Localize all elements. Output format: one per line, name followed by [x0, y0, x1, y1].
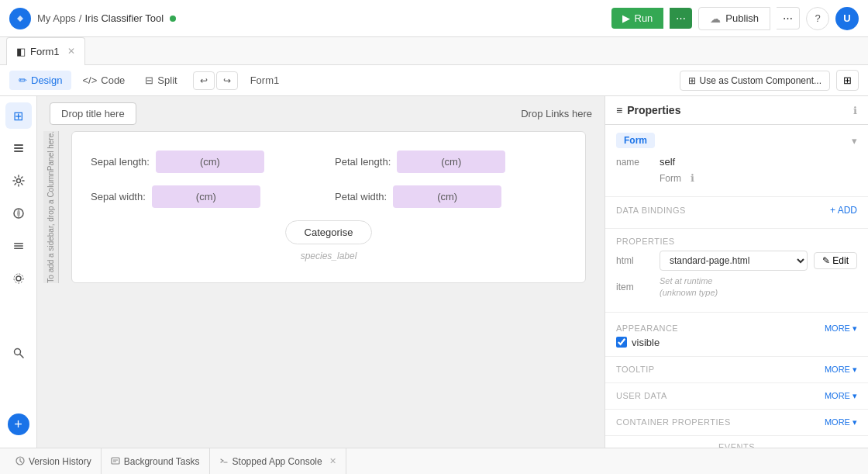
tooltip-header: TOOLTIP [616, 365, 655, 374]
edit-html-button[interactable]: ✎ Edit [814, 252, 857, 269]
properties-panel: ≡ Properties ℹ Form ▾ name self Form ℹ [604, 96, 868, 448]
sepal-length-input[interactable]: (cm) [156, 151, 264, 173]
topbar-left: My Apps / Iris Classifier Tool [9, 8, 176, 29]
tab-form1[interactable]: ◧ Form1 ✕ [6, 37, 85, 65]
appearance-more-button[interactable]: MORE ▾ [825, 323, 857, 334]
avatar[interactable]: U [835, 7, 859, 30]
petal-width-input[interactable]: (cm) [393, 185, 501, 208]
drop-links-button[interactable]: Drop Links here [521, 108, 592, 119]
petal-length-input[interactable]: (cm) [397, 151, 505, 173]
html-label: html [616, 255, 653, 266]
data-bindings-header: DATA BINDINGS + ADD [616, 205, 857, 216]
breadcrumb: My Apps / Iris Classifier Tool [37, 12, 176, 24]
form-type-badge: Form [616, 133, 655, 148]
app-logo [9, 8, 31, 29]
appearance-header: APPEARANCE [616, 323, 678, 333]
app-console-icon [219, 456, 229, 467]
canvas-area: Drop title here Drop Links here To add a… [37, 96, 604, 448]
visible-checkbox[interactable] [616, 337, 627, 348]
canvas-header: Drop title here Drop Links here [37, 96, 604, 131]
breadcrumb-separator: / [79, 12, 82, 24]
form-dropdown-icon[interactable]: ▾ [852, 135, 857, 147]
properties-panel-header: ≡ Properties ℹ [605, 96, 868, 125]
help-button[interactable]: ? [806, 7, 829, 30]
toolbar-tabs: ✏ Design </> Code ⊟ Split [9, 71, 187, 90]
container-more-button[interactable]: MORE ▾ [825, 417, 857, 427]
version-history-tab[interactable]: Version History [6, 448, 102, 475]
tooltip-header-row: TOOLTIP MORE ▾ [616, 362, 857, 378]
properties-icon: ≡ [616, 104, 622, 116]
form-canvas: Sepal length: (cm) Petal length: (cm) Se… [71, 131, 586, 283]
undo-button[interactable]: ↩ [193, 71, 215, 90]
properties-help-icon[interactable]: ℹ [853, 105, 857, 116]
redo-button[interactable]: ↪ [216, 71, 238, 90]
sidebar-item-services[interactable] [5, 265, 32, 292]
sidebar-item-nav[interactable] [5, 233, 32, 259]
sidebar-item-search[interactable] [5, 340, 32, 366]
properties-section: PROPERTIES html standard-page.html ✎ Edi… [605, 229, 868, 313]
petal-width-label: Petal width: [335, 191, 387, 202]
toolbar-right: ⊞ Use as Custom Component... ⊞ [680, 70, 859, 91]
tabbar: ◧ Form1 ✕ [0, 37, 868, 65]
publish-dropdown-button[interactable]: ⋯ [777, 7, 800, 29]
app-console-close-button[interactable]: ✕ [329, 456, 336, 466]
topbar-right: ▶ Run ⋯ ☁ Publish ⋯ ? U [611, 7, 859, 30]
properties-panel-title: ≡ Properties [616, 104, 680, 116]
design-icon: ✏ [19, 74, 27, 86]
component-icon: ⊞ [688, 75, 696, 86]
sepal-width-input[interactable]: (cm) [152, 185, 260, 208]
categorise-button[interactable]: Categorise [285, 220, 373, 244]
user-data-header: USER DATA [616, 391, 667, 400]
canvas-body: To add a sidebar, drop a ColumnPanel her… [43, 131, 598, 283]
sepal-length-group: Sepal length: (cm) [91, 151, 322, 173]
petal-width-group: Petal width: (cm) [335, 185, 567, 208]
svg-rect-7 [14, 245, 23, 247]
design-tab[interactable]: ✏ Design [9, 71, 71, 90]
background-tasks-tab[interactable]: Background Tasks [102, 448, 210, 475]
my-apps-link[interactable]: My Apps [37, 12, 76, 24]
add-component-button[interactable]: + [8, 413, 29, 435]
user-data-section: USER DATA MORE ▾ [605, 383, 868, 410]
svg-rect-1 [14, 144, 23, 146]
run-dropdown-button[interactable]: ⋯ [670, 8, 692, 29]
grid-button[interactable]: ⊞ [836, 70, 859, 91]
html-select[interactable]: standard-page.html [660, 251, 808, 271]
tab-close-button[interactable]: ✕ [67, 46, 75, 57]
svg-rect-2 [14, 147, 23, 149]
svg-rect-3 [14, 151, 23, 152]
svg-rect-8 [14, 248, 23, 250]
undo-redo-group: ↩ ↪ [193, 71, 238, 90]
item-label: item [616, 282, 653, 292]
main-area: ⊞ + Drop title here Drop Links here [0, 96, 868, 448]
sidebar-item-components[interactable]: ⊞ [5, 102, 32, 129]
sidebar-item-theme[interactable] [5, 200, 32, 227]
custom-component-button[interactable]: ⊞ Use as Custom Component... [680, 71, 830, 91]
form-row-2: Sepal width: (cm) Petal width: (cm) [91, 185, 567, 208]
add-binding-button[interactable]: + ADD [830, 205, 857, 216]
sepal-length-label: Sepal length: [91, 156, 150, 168]
petal-length-label: Petal length: [335, 156, 391, 168]
code-tab[interactable]: </> Code [73, 71, 134, 90]
topbar: My Apps / Iris Classifier Tool ▶ Run ⋯ ☁… [0, 0, 868, 37]
app-console-tab[interactable]: Stopped App Console ✕ [210, 448, 346, 475]
code-icon: </> [82, 74, 97, 86]
publish-button[interactable]: ☁ Publish [698, 7, 770, 30]
name-value: self [660, 156, 675, 168]
drop-title-button[interactable]: Drop title here [50, 102, 136, 125]
form-type-help-icon[interactable]: ℹ [691, 172, 694, 184]
split-tab[interactable]: ⊟ Split [136, 71, 186, 90]
sidebar-item-data[interactable] [5, 135, 32, 161]
user-data-more-button[interactable]: MORE ▾ [825, 391, 857, 401]
sidebar-item-settings[interactable] [5, 168, 32, 194]
sidebar-icons: ⊞ + [0, 96, 37, 448]
tooltip-section: TOOLTIP MORE ▾ [605, 357, 868, 383]
split-icon: ⊟ [145, 74, 153, 86]
petal-length-group: Petal length: (cm) [335, 151, 567, 173]
cloud-icon: ☁ [710, 12, 721, 25]
tooltip-more-button[interactable]: MORE ▾ [825, 365, 857, 375]
run-icon: ▶ [622, 12, 630, 24]
container-properties-section: CONTAINER PROPERTIES MORE ▾ [605, 410, 868, 436]
editor-toolbar: ✏ Design </> Code ⊟ Split ↩ ↪ Form1 ⊞ Us… [0, 65, 868, 96]
data-bindings-section: DATA BINDINGS + ADD [605, 197, 868, 229]
run-button[interactable]: ▶ Run [611, 8, 664, 29]
